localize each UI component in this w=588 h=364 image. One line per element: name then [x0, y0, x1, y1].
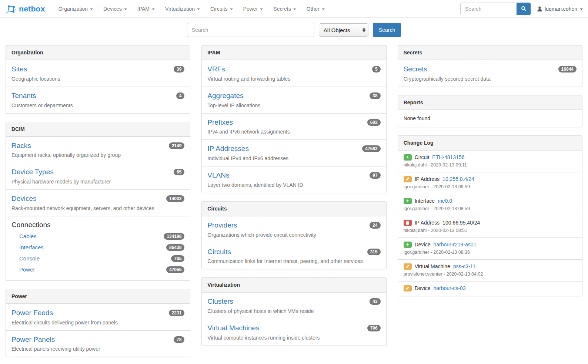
object-link-sites[interactable]: Sites	[11, 65, 27, 73]
panel-title: IPAM	[202, 46, 386, 60]
count-badge: 24	[370, 222, 380, 229]
sub-link-row: Power47055	[19, 265, 184, 276]
plus-icon: +	[404, 154, 412, 161]
nav-menu-devices[interactable]: Devices	[98, 0, 132, 18]
panel-title: Secrets	[398, 46, 582, 60]
object-link-virtual-machines[interactable]: Virtual Machines	[207, 324, 259, 332]
pencil-icon	[404, 176, 412, 182]
changelog-meta: nikolaj.dahl - 2020-02-13 08:51	[404, 228, 577, 233]
changelog-object-link[interactable]: harbour-r219-as01	[433, 242, 476, 247]
object-description: Electrical panels receiving utility powe…	[11, 346, 184, 352]
changelog-meta: provisioner.vcenter - 2020-02-13 04:02	[404, 272, 577, 277]
count-badge: 39	[174, 66, 184, 73]
panel-circuits: Circuits24ProvidersOrganizations which p…	[201, 201, 386, 270]
object-link-power-panels[interactable]: Power Panels	[11, 336, 55, 343]
trash-icon	[404, 220, 412, 226]
content-column-3: Secrets16844SecretsCryptographically sec…	[398, 45, 582, 304]
object-link-vrfs[interactable]: VRFs	[207, 65, 225, 73]
object-link-ip-addresses[interactable]: IP Addresses	[207, 145, 249, 152]
object-description: Organizations which provide circuit conn…	[207, 232, 380, 238]
count-badge: 86438	[166, 244, 184, 251]
netbox-brand[interactable]: netbox	[5, 3, 45, 14]
chevron-down-icon	[322, 9, 325, 10]
panel-title: Organization	[6, 46, 190, 60]
panel-empty-text: None found	[398, 110, 582, 127]
group-heading-connections: Connections	[11, 221, 184, 229]
object-row: 47582IP AddressesIndividual IPv4 and IPv…	[202, 139, 386, 166]
nav-menu-secrets[interactable]: Secrets	[268, 0, 301, 18]
nav-menu-ipam[interactable]: IPAM	[132, 0, 160, 18]
object-link-clusters[interactable]: Clusters	[207, 297, 233, 305]
nav-menu-organization[interactable]: Organization	[53, 0, 98, 18]
object-row: 43ClustersClusters of physical hosts in …	[202, 292, 386, 319]
changelog-object-type: IP Address	[415, 220, 440, 226]
object-description: Communication links for Internet transit…	[207, 258, 380, 264]
object-link-tenants[interactable]: Tenants	[11, 92, 36, 100]
changelog-object-link[interactable]: pss-c3-11	[453, 263, 475, 269]
count-badge: 4	[176, 92, 185, 99]
object-row: 14032DevicesRack-mounted network equipme…	[6, 189, 190, 216]
object-row: 38AggregatesTop-level IP allocations	[202, 87, 386, 113]
object-link-power-feeds[interactable]: Power Feeds	[11, 309, 53, 317]
panel-title: Power	[6, 289, 190, 304]
changelog-object-link[interactable]: me0.0	[438, 198, 452, 204]
nav-menu-other[interactable]: Other	[301, 0, 330, 18]
main-menu: OrganizationDevicesIPAMVirtualizationCir…	[53, 0, 330, 18]
plus-icon: +	[404, 198, 412, 204]
object-link-providers[interactable]: Providers	[207, 221, 237, 229]
count-badge: 2231	[169, 310, 185, 316]
navbar-search-button[interactable]	[517, 3, 531, 15]
chevron-down-icon	[197, 9, 200, 10]
panel-title: Virtualization	[202, 278, 386, 292]
object-row: 2231Power FeedsElectrical circuits deliv…	[6, 304, 190, 330]
changelog-object-link[interactable]: 10.255.0.4/24	[442, 176, 474, 182]
object-row: 602PrefixesIPv4 and IPv6 network assignm…	[202, 113, 386, 140]
object-link-interfaces[interactable]: Interfaces	[19, 244, 44, 250]
panel-ipam: IPAM5VRFsVirtual routing and forwarding …	[201, 45, 386, 193]
object-description: Equipment racks, optionally organized by…	[11, 152, 184, 158]
changelog-object-link[interactable]: ETH-4813156	[432, 154, 464, 160]
panel-secrets: Secrets16844SecretsCryptographically sec…	[398, 45, 582, 87]
changelog-object-link[interactable]: harbour-cs-03	[433, 285, 465, 291]
pencil-icon	[404, 263, 412, 270]
search-submit-button[interactable]: Search	[373, 23, 401, 37]
panel-change-log: Change Log+CircuitETH-4813156nikolaj.dah…	[398, 135, 582, 296]
object-link-aggregates[interactable]: Aggregates	[207, 92, 243, 100]
changelog-meta: igor.gardiner - 2020-02-13 08:59	[404, 206, 577, 211]
plus-icon: +	[404, 242, 412, 248]
nav-menu-label: Other	[307, 6, 320, 12]
select-stepper-icon	[363, 28, 365, 32]
object-link-prefixes[interactable]: Prefixes	[207, 118, 233, 126]
navbar-search-input[interactable]	[460, 3, 517, 15]
object-link-secrets[interactable]: Secrets	[404, 65, 427, 73]
content-column-1: Organization39SitesGeographic locations4…	[6, 45, 190, 364]
changelog-entry: Deviceharbour-cs-03	[398, 281, 582, 296]
chevron-down-icon	[230, 9, 233, 10]
object-row: 97VLANsLayer two domains, identified by …	[202, 166, 386, 193]
object-link-device-types[interactable]: Device Types	[11, 168, 54, 176]
nav-menu-virtualization[interactable]: Virtualization	[160, 0, 205, 18]
object-link-cables[interactable]: Cables	[19, 233, 37, 239]
chevron-down-icon	[124, 9, 127, 10]
user-menu[interactable]: luqman.cohen	[537, 6, 583, 12]
changelog-object-type: Device	[415, 285, 431, 291]
count-badge: 315	[367, 249, 381, 255]
search-input[interactable]	[187, 23, 314, 37]
object-link-power[interactable]: Power	[19, 266, 35, 273]
object-link-vlans[interactable]: VLANs	[207, 171, 229, 179]
object-link-devices[interactable]: Devices	[11, 195, 37, 202]
object-row: 39SitesGeographic locations	[6, 60, 190, 87]
nav-menu-circuits[interactable]: Circuits	[205, 0, 238, 18]
panel-power: Power2231Power FeedsElectrical circuits …	[6, 289, 190, 357]
object-link-console[interactable]: Console	[19, 255, 40, 262]
object-link-racks[interactable]: Racks	[11, 142, 31, 149]
count-badge: 14032	[166, 195, 184, 202]
object-description: Geographic locations	[11, 76, 184, 82]
chevron-down-icon	[580, 9, 583, 10]
changelog-entry: +Interfaceme0.0igor.gardiner - 2020-02-1…	[398, 194, 582, 216]
object-description: Rack-mounted network equipment, servers,…	[11, 205, 184, 211]
search-scope-value: All Objects	[324, 27, 350, 33]
search-scope-select[interactable]: All Objects	[319, 23, 368, 37]
nav-menu-power[interactable]: Power	[238, 0, 268, 18]
object-link-circuits[interactable]: Circuits	[207, 248, 231, 256]
